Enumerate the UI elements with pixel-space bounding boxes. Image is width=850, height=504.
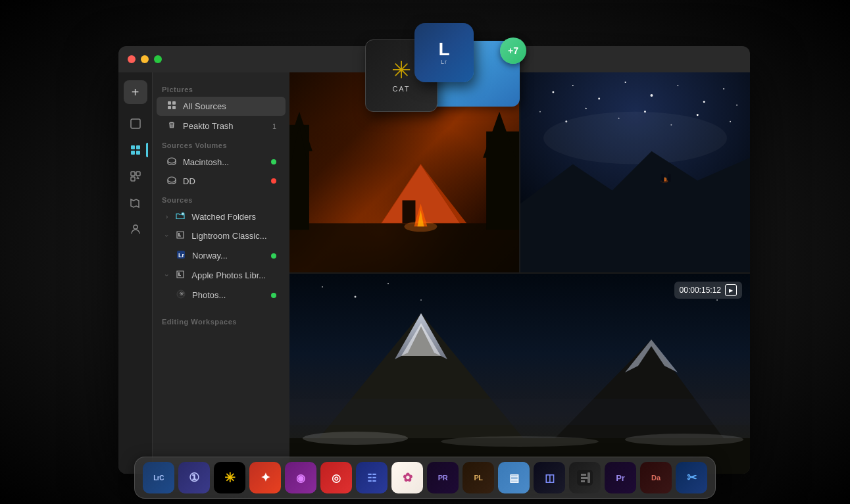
dock-pr[interactable]: PR xyxy=(427,462,459,493)
rail-icon-square[interactable] xyxy=(124,112,147,136)
svg-point-36 xyxy=(598,97,600,99)
norway-status-dot xyxy=(271,253,276,259)
peakto-trash-label: Peakto Trash xyxy=(183,121,267,131)
svg-point-40 xyxy=(703,101,705,103)
nav-item-apple-photos[interactable]: › Apple Photos Libr... xyxy=(157,266,286,285)
lightroom-icon xyxy=(174,230,186,241)
dd-label: DD xyxy=(183,176,266,186)
dock-pl[interactable]: PL xyxy=(463,462,494,493)
nav-item-photos-child[interactable]: ✳ Photos... xyxy=(157,286,286,305)
minimize-button[interactable] xyxy=(141,55,149,63)
dock-premiere-pro[interactable]: Pr xyxy=(605,462,636,493)
apple-photos-icon xyxy=(174,270,186,281)
svg-marker-65 xyxy=(395,313,447,359)
svg-point-59 xyxy=(355,296,357,298)
svg-marker-68 xyxy=(625,340,678,372)
svg-rect-75 xyxy=(588,472,590,483)
nav-item-all-sources[interactable]: All Sources xyxy=(157,97,286,116)
svg-marker-67 xyxy=(520,340,750,474)
nav-item-norway[interactable]: Lr Norway... xyxy=(157,246,286,265)
dock-pixelmator[interactable]: ✦ xyxy=(249,462,281,493)
dock-screenium[interactable]: ◫ xyxy=(534,462,565,493)
svg-point-38 xyxy=(650,94,653,97)
svg-rect-9 xyxy=(168,101,171,105)
svg-rect-55 xyxy=(661,174,664,182)
dd-status-dot xyxy=(271,178,276,184)
svg-rect-57 xyxy=(289,274,750,474)
svg-point-8 xyxy=(134,225,138,229)
nav-item-macintosh[interactable]: Macintosh... xyxy=(157,153,286,171)
svg-point-25 xyxy=(405,221,438,232)
svg-rect-1 xyxy=(131,145,135,149)
nav-item-dd[interactable]: DD xyxy=(157,172,286,190)
all-sources-label: All Sources xyxy=(183,101,276,111)
sources-volumes-header: Sources Volumes xyxy=(153,136,289,152)
dock-rottenhat[interactable]: ◎ xyxy=(320,462,352,493)
svg-point-13 xyxy=(168,158,176,163)
svg-point-37 xyxy=(625,82,626,83)
svg-point-46 xyxy=(618,118,620,119)
norway-lr-icon: Lr xyxy=(175,250,187,261)
drive-icon-macintosh xyxy=(166,157,178,167)
svg-marker-22 xyxy=(420,164,466,224)
svg-point-50 xyxy=(730,121,731,122)
rail-icon-grid[interactable] xyxy=(124,138,147,162)
svg-rect-7 xyxy=(131,177,135,181)
macintosh-label: Macintosh... xyxy=(183,157,266,167)
svg-point-53 xyxy=(662,178,666,182)
rail-icon-magic[interactable] xyxy=(124,164,147,188)
peakto-trash-badge: 1 xyxy=(272,122,276,130)
lightroom-classic-label: Lightroom Classic... xyxy=(191,231,276,241)
svg-marker-27 xyxy=(417,210,424,226)
svg-point-54 xyxy=(661,180,668,183)
svg-rect-28 xyxy=(289,125,309,230)
svg-marker-66 xyxy=(401,323,441,356)
dock-davinci[interactable]: Da xyxy=(640,462,672,493)
svg-point-35 xyxy=(572,85,574,86)
svg-rect-2 xyxy=(136,145,140,149)
svg-marker-29 xyxy=(289,112,312,151)
svg-rect-4 xyxy=(136,151,140,155)
dock-files[interactable]: ▤ xyxy=(498,462,530,493)
rail-icon-person[interactable] xyxy=(124,217,147,241)
svg-marker-30 xyxy=(289,125,309,171)
close-button[interactable] xyxy=(128,55,136,63)
video-time-badge: 00:00:15:12 ▶ xyxy=(674,282,742,299)
dock-one[interactable]: ① xyxy=(178,462,210,493)
dock-finalcut[interactable] xyxy=(569,462,601,493)
norway-label: Norway... xyxy=(192,251,266,261)
dock-imagestore[interactable]: ☷ xyxy=(356,462,388,493)
pictures-section-header: Pictures xyxy=(153,80,289,96)
editing-workspaces-header: Editing Workspaces xyxy=(153,313,289,328)
nav-item-lightroom-classic[interactable]: › Lightroom Classic... xyxy=(157,226,286,245)
macintosh-status-dot xyxy=(271,159,276,164)
lightroom-chevron: › xyxy=(163,235,170,237)
watched-folders-chevron: › xyxy=(166,213,168,220)
rail-icon-map[interactable] xyxy=(124,191,147,214)
add-source-button[interactable]: + xyxy=(124,80,147,104)
apple-photos-chevron: › xyxy=(163,274,170,276)
svg-point-48 xyxy=(670,124,672,126)
svg-point-70 xyxy=(303,432,408,445)
nav-item-peakto-trash[interactable]: Peakto Trash 1 xyxy=(157,116,286,136)
svg-rect-23 xyxy=(403,200,416,223)
svg-marker-21 xyxy=(382,164,461,224)
dock-peakto[interactable]: ✳ xyxy=(214,462,245,493)
svg-rect-31 xyxy=(486,132,519,230)
nav-panel: Pictures All Sources xyxy=(153,72,289,474)
svg-point-39 xyxy=(677,85,678,86)
maximize-button[interactable] xyxy=(154,55,162,63)
nav-item-watched-folders[interactable]: › Watched Folders xyxy=(157,207,286,226)
svg-rect-10 xyxy=(172,101,176,105)
dock-nova[interactable]: ◉ xyxy=(285,462,316,493)
svg-rect-6 xyxy=(136,172,140,176)
floating-folder-overlay: ✳ CAT L Lr +7 xyxy=(355,20,566,138)
dock-imovie[interactable]: ✂ xyxy=(676,462,707,493)
photos-child-label: Photos... xyxy=(192,290,266,300)
dock-photos[interactable]: ✿ xyxy=(391,462,423,493)
dock-lrc[interactable]: LrC xyxy=(143,462,174,493)
play-icon: ▶ xyxy=(725,284,737,296)
svg-rect-0 xyxy=(131,119,140,128)
svg-point-47 xyxy=(644,111,646,113)
photos-child-status-dot xyxy=(271,293,276,298)
